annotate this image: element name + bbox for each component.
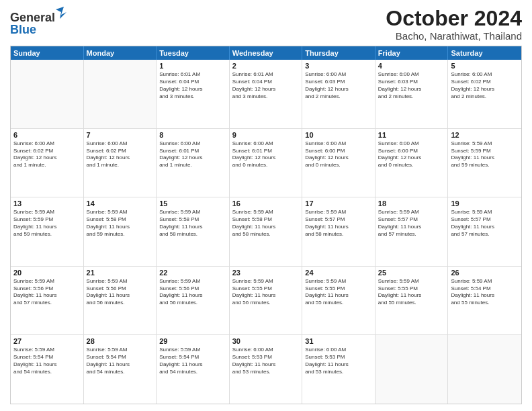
cal-day-25: 25Sunrise: 5:59 AM Sunset: 5:55 PM Dayli… xyxy=(375,267,449,335)
cal-week-1: 1Sunrise: 6:01 AM Sunset: 6:04 PM Daylig… xyxy=(11,60,521,129)
day-number: 11 xyxy=(378,131,445,139)
svg-text:Blue: Blue xyxy=(10,23,36,36)
cal-day-10: 10Sunrise: 6:00 AM Sunset: 6:00 PM Dayli… xyxy=(302,129,375,197)
cal-header-day-saturday: Saturday xyxy=(448,46,521,60)
day-number: 10 xyxy=(305,131,372,139)
cal-day-6: 6Sunrise: 6:00 AM Sunset: 6:02 PM Daylig… xyxy=(11,129,84,197)
day-info: Sunrise: 5:59 AM Sunset: 5:54 PM Dayligh… xyxy=(13,347,81,375)
day-number: 13 xyxy=(13,199,81,208)
day-info: Sunrise: 6:01 AM Sunset: 6:04 PM Dayligh… xyxy=(159,71,226,100)
day-info: Sunrise: 5:59 AM Sunset: 5:58 PM Dayligh… xyxy=(87,209,154,238)
cal-header-day-friday: Friday xyxy=(375,46,449,60)
cal-day-2: 2Sunrise: 6:01 AM Sunset: 6:04 PM Daylig… xyxy=(230,60,303,128)
day-info: Sunrise: 6:00 AM Sunset: 6:02 PM Dayligh… xyxy=(451,71,519,100)
day-info: Sunrise: 5:59 AM Sunset: 5:56 PM Dayligh… xyxy=(159,278,226,307)
day-info: Sunrise: 6:00 AM Sunset: 6:02 PM Dayligh… xyxy=(87,140,154,169)
day-info: Sunrise: 6:00 AM Sunset: 6:03 PM Dayligh… xyxy=(305,71,372,100)
day-info: Sunrise: 5:59 AM Sunset: 5:58 PM Dayligh… xyxy=(232,209,300,238)
cal-week-5: 27Sunrise: 5:59 AM Sunset: 5:54 PM Dayli… xyxy=(11,335,521,404)
cal-day-14: 14Sunrise: 5:59 AM Sunset: 5:58 PM Dayli… xyxy=(84,197,157,266)
svg-text:General: General xyxy=(10,11,55,24)
day-number: 2 xyxy=(232,62,300,70)
page: GeneralBlue October 2024 Bacho, Narathiw… xyxy=(0,0,532,411)
cal-day-20: 20Sunrise: 5:59 AM Sunset: 5:56 PM Dayli… xyxy=(11,267,84,335)
day-number: 25 xyxy=(378,269,445,277)
day-info: Sunrise: 5:59 AM Sunset: 5:54 PM Dayligh… xyxy=(87,347,154,375)
day-number: 1 xyxy=(159,62,226,70)
day-number: 5 xyxy=(451,62,519,70)
day-info: Sunrise: 6:00 AM Sunset: 6:00 PM Dayligh… xyxy=(305,140,372,169)
calendar-body: 1Sunrise: 6:01 AM Sunset: 6:04 PM Daylig… xyxy=(11,60,521,404)
cal-day-18: 18Sunrise: 5:59 AM Sunset: 5:57 PM Dayli… xyxy=(375,197,449,266)
day-number: 12 xyxy=(451,131,519,139)
cal-day-11: 11Sunrise: 6:00 AM Sunset: 6:00 PM Dayli… xyxy=(375,129,449,197)
day-number: 19 xyxy=(451,199,519,208)
cal-day-27: 27Sunrise: 5:59 AM Sunset: 5:54 PM Dayli… xyxy=(11,335,84,404)
day-info: Sunrise: 5:59 AM Sunset: 5:56 PM Dayligh… xyxy=(13,278,81,307)
cal-header-day-tuesday: Tuesday xyxy=(157,46,230,60)
day-info: Sunrise: 5:59 AM Sunset: 5:59 PM Dayligh… xyxy=(451,140,519,169)
cal-day-30: 30Sunrise: 6:00 AM Sunset: 5:53 PM Dayli… xyxy=(230,335,303,404)
day-number: 28 xyxy=(87,337,154,345)
cal-day-12: 12Sunrise: 5:59 AM Sunset: 5:59 PM Dayli… xyxy=(448,129,521,197)
day-info: Sunrise: 5:59 AM Sunset: 5:59 PM Dayligh… xyxy=(13,209,81,238)
day-info: Sunrise: 6:00 AM Sunset: 5:53 PM Dayligh… xyxy=(305,347,372,375)
cal-day-17: 17Sunrise: 5:59 AM Sunset: 5:57 PM Dayli… xyxy=(302,197,375,266)
day-number: 8 xyxy=(159,131,226,139)
day-info: Sunrise: 6:00 AM Sunset: 6:01 PM Dayligh… xyxy=(232,140,300,169)
cal-day-4: 4Sunrise: 6:00 AM Sunset: 6:03 PM Daylig… xyxy=(375,60,449,128)
day-info: Sunrise: 5:59 AM Sunset: 5:57 PM Dayligh… xyxy=(305,209,372,238)
cal-day-15: 15Sunrise: 5:59 AM Sunset: 5:58 PM Dayli… xyxy=(157,197,230,266)
day-info: Sunrise: 5:59 AM Sunset: 5:54 PM Dayligh… xyxy=(159,347,226,375)
day-number: 17 xyxy=(305,199,372,208)
day-info: Sunrise: 5:59 AM Sunset: 5:55 PM Dayligh… xyxy=(232,278,300,307)
day-info: Sunrise: 5:59 AM Sunset: 5:54 PM Dayligh… xyxy=(451,278,519,307)
cal-day-1: 1Sunrise: 6:01 AM Sunset: 6:04 PM Daylig… xyxy=(157,60,230,128)
day-info: Sunrise: 5:59 AM Sunset: 5:55 PM Dayligh… xyxy=(378,278,445,307)
logo: GeneralBlue xyxy=(10,7,71,36)
cal-day-19: 19Sunrise: 5:59 AM Sunset: 5:57 PM Dayli… xyxy=(448,197,521,266)
svg-marker-2 xyxy=(56,7,66,19)
logo-svg: GeneralBlue xyxy=(10,7,71,36)
day-info: Sunrise: 5:59 AM Sunset: 5:56 PM Dayligh… xyxy=(87,278,154,307)
day-number: 26 xyxy=(451,269,519,277)
cal-day-23: 23Sunrise: 5:59 AM Sunset: 5:55 PM Dayli… xyxy=(230,267,303,335)
calendar-header: SundayMondayTuesdayWednesdayThursdayFrid… xyxy=(11,46,521,60)
cal-day-empty xyxy=(375,335,449,404)
day-number: 22 xyxy=(159,269,226,277)
day-info: Sunrise: 6:00 AM Sunset: 5:53 PM Dayligh… xyxy=(232,347,300,375)
day-number: 20 xyxy=(13,269,81,277)
day-number: 7 xyxy=(87,131,154,139)
cal-week-4: 20Sunrise: 5:59 AM Sunset: 5:56 PM Dayli… xyxy=(11,267,521,336)
cal-day-5: 5Sunrise: 6:00 AM Sunset: 6:02 PM Daylig… xyxy=(448,60,521,128)
cal-day-26: 26Sunrise: 5:59 AM Sunset: 5:54 PM Dayli… xyxy=(448,267,521,335)
cal-day-empty xyxy=(448,335,521,404)
cal-header-day-wednesday: Wednesday xyxy=(230,46,303,60)
day-number: 21 xyxy=(87,269,154,277)
cal-day-28: 28Sunrise: 5:59 AM Sunset: 5:54 PM Dayli… xyxy=(84,335,157,404)
cal-day-29: 29Sunrise: 5:59 AM Sunset: 5:54 PM Dayli… xyxy=(157,335,230,404)
day-info: Sunrise: 5:59 AM Sunset: 5:57 PM Dayligh… xyxy=(451,209,519,238)
day-info: Sunrise: 6:00 AM Sunset: 6:02 PM Dayligh… xyxy=(13,140,81,169)
day-number: 9 xyxy=(232,131,300,139)
day-number: 23 xyxy=(232,269,300,277)
day-number: 15 xyxy=(159,199,226,208)
cal-day-empty xyxy=(11,60,84,128)
day-number: 24 xyxy=(305,269,372,277)
cal-week-3: 13Sunrise: 5:59 AM Sunset: 5:59 PM Dayli… xyxy=(11,197,521,267)
calendar: SundayMondayTuesdayWednesdayThursdayFrid… xyxy=(10,46,522,404)
cal-week-2: 6Sunrise: 6:00 AM Sunset: 6:02 PM Daylig… xyxy=(11,129,521,198)
day-info: Sunrise: 5:59 AM Sunset: 5:55 PM Dayligh… xyxy=(305,278,372,307)
cal-day-8: 8Sunrise: 6:00 AM Sunset: 6:01 PM Daylig… xyxy=(157,129,230,197)
header: GeneralBlue October 2024 Bacho, Narathiw… xyxy=(10,7,522,42)
title-block: October 2024 Bacho, Narathiwat, Thailand xyxy=(386,7,522,42)
day-number: 31 xyxy=(305,337,372,345)
day-info: Sunrise: 6:01 AM Sunset: 6:04 PM Dayligh… xyxy=(232,71,300,100)
day-info: Sunrise: 5:59 AM Sunset: 5:57 PM Dayligh… xyxy=(378,209,445,238)
cal-header-day-monday: Monday xyxy=(84,46,157,60)
day-info: Sunrise: 6:00 AM Sunset: 6:03 PM Dayligh… xyxy=(378,71,445,100)
day-number: 18 xyxy=(378,199,445,208)
day-number: 27 xyxy=(13,337,81,345)
cal-header-day-sunday: Sunday xyxy=(11,46,84,60)
cal-day-3: 3Sunrise: 6:00 AM Sunset: 6:03 PM Daylig… xyxy=(302,60,375,128)
